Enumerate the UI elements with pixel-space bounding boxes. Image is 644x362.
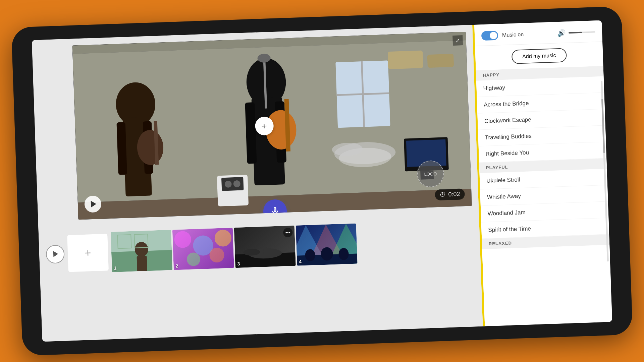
clip-number: 4 bbox=[299, 259, 302, 264]
timer-value: 0:02 bbox=[448, 191, 460, 198]
video-timer: ⏱ 0:02 bbox=[435, 188, 465, 200]
svg-rect-49 bbox=[263, 247, 267, 253]
volume-icon: 🔊 bbox=[557, 29, 566, 37]
video-preview: + ⏱ 0:02 LOGO ⤢ bbox=[72, 32, 472, 220]
plus-icon: + bbox=[261, 121, 267, 132]
music-on-label: Music on bbox=[502, 32, 524, 38]
plus-add-icon: + bbox=[85, 247, 91, 259]
logo-label: LOGO bbox=[424, 171, 437, 177]
clip-number: 3 bbox=[237, 261, 240, 266]
device-screen: + ⏱ 0:02 LOGO ⤢ bbox=[32, 20, 612, 342]
fullscreen-button[interactable]: ⤢ bbox=[452, 35, 463, 46]
toggle-knob bbox=[490, 32, 497, 40]
svg-rect-7 bbox=[427, 54, 454, 68]
clip-number: 2 bbox=[175, 263, 178, 268]
play-icon bbox=[53, 251, 58, 257]
clip-item[interactable]: 2 bbox=[172, 228, 234, 270]
svg-rect-6 bbox=[388, 51, 423, 69]
volume-bar[interactable] bbox=[569, 31, 595, 34]
volume-fill bbox=[569, 32, 582, 34]
svg-rect-36 bbox=[137, 256, 147, 271]
main-area: + ⏱ 0:02 LOGO ⤢ bbox=[32, 25, 483, 342]
svg-rect-11 bbox=[116, 122, 127, 175]
clip-item[interactable]: 4 bbox=[296, 224, 358, 266]
add-my-music-button[interactable]: Add my music bbox=[511, 48, 567, 64]
play-triangle-icon bbox=[91, 201, 96, 208]
clip-item[interactable]: 1 bbox=[111, 230, 172, 272]
music-panel: Music on 🔊 Add my music HAPPY Highway Ac… bbox=[474, 20, 612, 326]
music-toggle[interactable] bbox=[481, 31, 498, 41]
clock-icon: ⏱ bbox=[439, 191, 446, 198]
volume-control[interactable]: 🔊 bbox=[557, 28, 596, 37]
clip-number: 1 bbox=[114, 265, 116, 271]
clip-strip: 1 bbox=[111, 224, 358, 272]
timeline-play-button[interactable] bbox=[46, 244, 65, 263]
music-list: HAPPY Highway Across the Bridge Clockwor… bbox=[476, 66, 612, 326]
add-clip-button[interactable]: + bbox=[67, 234, 109, 272]
device-shell: + ⏱ 0:02 LOGO ⤢ bbox=[11, 6, 633, 356]
music-header: Music on 🔊 bbox=[474, 20, 602, 46]
clip-item[interactable]: ••• 3 bbox=[234, 226, 296, 268]
